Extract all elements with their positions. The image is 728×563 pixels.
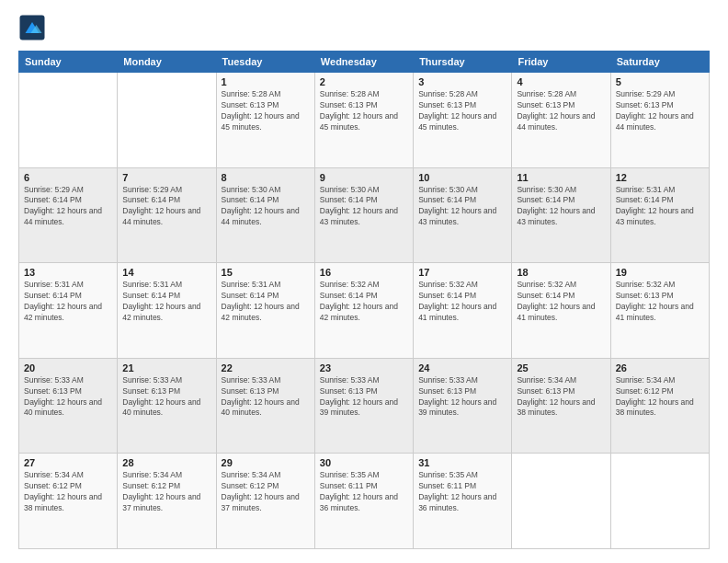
calendar-cell: 1Sunrise: 5:28 AMSunset: 6:13 PMDaylight… [216,73,314,168]
day-info: Sunrise: 5:34 AMSunset: 6:13 PMDaylight:… [517,375,605,419]
calendar-table: SundayMondayTuesdayWednesdayThursdayFrid… [18,51,710,549]
calendar-cell: 20Sunrise: 5:33 AMSunset: 6:13 PMDayligh… [19,358,118,454]
day-info: Sunrise: 5:31 AMSunset: 6:14 PMDaylight:… [616,185,704,229]
day-number: 4 [517,76,605,87]
day-number: 19 [616,267,704,278]
day-info: Sunrise: 5:34 AMSunset: 6:12 PMDaylight:… [122,470,210,514]
day-number: 11 [517,172,605,183]
page: SundayMondayTuesdayWednesdayThursdayFrid… [0,0,728,563]
day-number: 16 [320,267,408,278]
calendar-cell: 26Sunrise: 5:34 AMSunset: 6:12 PMDayligh… [610,358,709,454]
day-number: 15 [222,267,310,278]
day-info: Sunrise: 5:30 AMSunset: 6:14 PMDaylight:… [517,185,605,229]
header [18,14,710,41]
calendar-week-4: 20Sunrise: 5:33 AMSunset: 6:13 PMDayligh… [19,358,710,454]
weekday-header-friday: Friday [512,52,610,73]
day-info: Sunrise: 5:33 AMSunset: 6:13 PMDaylight:… [320,375,408,419]
day-info: Sunrise: 5:31 AMSunset: 6:14 PMDaylight:… [24,280,112,324]
day-info: Sunrise: 5:28 AMSunset: 6:13 PMDaylight:… [320,89,408,133]
calendar-week-3: 13Sunrise: 5:31 AMSunset: 6:14 PMDayligh… [19,263,710,359]
day-number: 29 [222,457,310,468]
calendar-cell: 17Sunrise: 5:32 AMSunset: 6:14 PMDayligh… [414,263,512,359]
calendar-cell [19,73,118,168]
day-number: 10 [418,172,506,183]
day-info: Sunrise: 5:28 AMSunset: 6:13 PMDaylight:… [418,89,506,133]
day-number: 2 [320,76,408,87]
calendar-cell: 25Sunrise: 5:34 AMSunset: 6:13 PMDayligh… [512,358,610,454]
day-number: 26 [616,362,704,373]
day-number: 13 [24,267,112,278]
calendar-cell: 9Sunrise: 5:30 AMSunset: 6:14 PMDaylight… [314,167,413,263]
calendar-cell [512,454,610,549]
calendar-cell: 3Sunrise: 5:28 AMSunset: 6:13 PMDaylight… [414,73,512,168]
calendar-cell: 27Sunrise: 5:34 AMSunset: 6:12 PMDayligh… [19,454,118,549]
calendar-cell: 2Sunrise: 5:28 AMSunset: 6:13 PMDaylight… [314,73,413,168]
day-number: 7 [122,172,210,183]
calendar-cell: 4Sunrise: 5:28 AMSunset: 6:13 PMDaylight… [512,73,610,168]
logo [18,14,50,41]
day-number: 25 [517,362,605,373]
day-info: Sunrise: 5:33 AMSunset: 6:13 PMDaylight:… [24,375,112,419]
day-number: 23 [320,362,408,373]
calendar-cell: 22Sunrise: 5:33 AMSunset: 6:13 PMDayligh… [216,358,314,454]
day-number: 20 [24,362,112,373]
day-info: Sunrise: 5:33 AMSunset: 6:13 PMDaylight:… [122,375,210,419]
calendar-cell: 31Sunrise: 5:35 AMSunset: 6:11 PMDayligh… [414,454,512,549]
calendar-cell: 18Sunrise: 5:32 AMSunset: 6:14 PMDayligh… [512,263,610,359]
day-number: 30 [320,457,408,468]
day-number: 22 [222,362,310,373]
day-number: 1 [222,76,310,87]
day-info: Sunrise: 5:34 AMSunset: 6:12 PMDaylight:… [222,470,310,514]
weekday-header-sunday: Sunday [19,52,118,73]
day-info: Sunrise: 5:31 AMSunset: 6:14 PMDaylight:… [222,280,310,324]
calendar-cell: 7Sunrise: 5:29 AMSunset: 6:14 PMDaylight… [118,167,216,263]
calendar-cell [610,454,709,549]
day-info: Sunrise: 5:32 AMSunset: 6:14 PMDaylight:… [320,280,408,324]
day-info: Sunrise: 5:35 AMSunset: 6:11 PMDaylight:… [418,470,506,514]
day-info: Sunrise: 5:28 AMSunset: 6:13 PMDaylight:… [517,89,605,133]
day-info: Sunrise: 5:31 AMSunset: 6:14 PMDaylight:… [122,280,210,324]
weekday-header-monday: Monday [118,52,216,73]
day-number: 3 [418,76,506,87]
day-info: Sunrise: 5:30 AMSunset: 6:14 PMDaylight:… [222,185,310,229]
day-info: Sunrise: 5:29 AMSunset: 6:14 PMDaylight:… [122,185,210,229]
calendar-cell: 16Sunrise: 5:32 AMSunset: 6:14 PMDayligh… [314,263,413,359]
day-number: 24 [418,362,506,373]
day-info: Sunrise: 5:32 AMSunset: 6:14 PMDaylight:… [418,280,506,324]
logo-icon [18,14,46,41]
day-info: Sunrise: 5:30 AMSunset: 6:14 PMDaylight:… [320,185,408,229]
calendar-cell: 13Sunrise: 5:31 AMSunset: 6:14 PMDayligh… [19,263,118,359]
day-info: Sunrise: 5:29 AMSunset: 6:14 PMDaylight:… [24,185,112,229]
day-info: Sunrise: 5:32 AMSunset: 6:14 PMDaylight:… [517,280,605,324]
day-info: Sunrise: 5:34 AMSunset: 6:12 PMDaylight:… [616,375,704,419]
calendar-cell: 30Sunrise: 5:35 AMSunset: 6:11 PMDayligh… [314,454,413,549]
day-number: 8 [222,172,310,183]
day-number: 31 [418,457,506,468]
calendar-cell [118,73,216,168]
calendar-cell: 19Sunrise: 5:32 AMSunset: 6:13 PMDayligh… [610,263,709,359]
weekday-header-thursday: Thursday [414,52,512,73]
calendar-week-2: 6Sunrise: 5:29 AMSunset: 6:14 PMDaylight… [19,167,710,263]
calendar-week-1: 1Sunrise: 5:28 AMSunset: 6:13 PMDaylight… [19,73,710,168]
calendar-cell: 15Sunrise: 5:31 AMSunset: 6:14 PMDayligh… [216,263,314,359]
day-number: 17 [418,267,506,278]
day-number: 21 [122,362,210,373]
calendar-cell: 10Sunrise: 5:30 AMSunset: 6:14 PMDayligh… [414,167,512,263]
calendar-cell: 24Sunrise: 5:33 AMSunset: 6:13 PMDayligh… [414,358,512,454]
day-info: Sunrise: 5:35 AMSunset: 6:11 PMDaylight:… [320,470,408,514]
day-info: Sunrise: 5:28 AMSunset: 6:13 PMDaylight:… [222,89,310,133]
calendar-cell: 6Sunrise: 5:29 AMSunset: 6:14 PMDaylight… [19,167,118,263]
day-info: Sunrise: 5:30 AMSunset: 6:14 PMDaylight:… [418,185,506,229]
day-number: 28 [122,457,210,468]
calendar-cell: 29Sunrise: 5:34 AMSunset: 6:12 PMDayligh… [216,454,314,549]
day-number: 27 [24,457,112,468]
calendar-header-row: SundayMondayTuesdayWednesdayThursdayFrid… [19,52,710,73]
calendar-cell: 5Sunrise: 5:29 AMSunset: 6:13 PMDaylight… [610,73,709,168]
day-info: Sunrise: 5:34 AMSunset: 6:12 PMDaylight:… [24,470,112,514]
weekday-header-saturday: Saturday [610,52,709,73]
calendar-cell: 11Sunrise: 5:30 AMSunset: 6:14 PMDayligh… [512,167,610,263]
day-number: 6 [24,172,112,183]
calendar-week-5: 27Sunrise: 5:34 AMSunset: 6:12 PMDayligh… [19,454,710,549]
day-info: Sunrise: 5:33 AMSunset: 6:13 PMDaylight:… [418,375,506,419]
day-number: 12 [616,172,704,183]
